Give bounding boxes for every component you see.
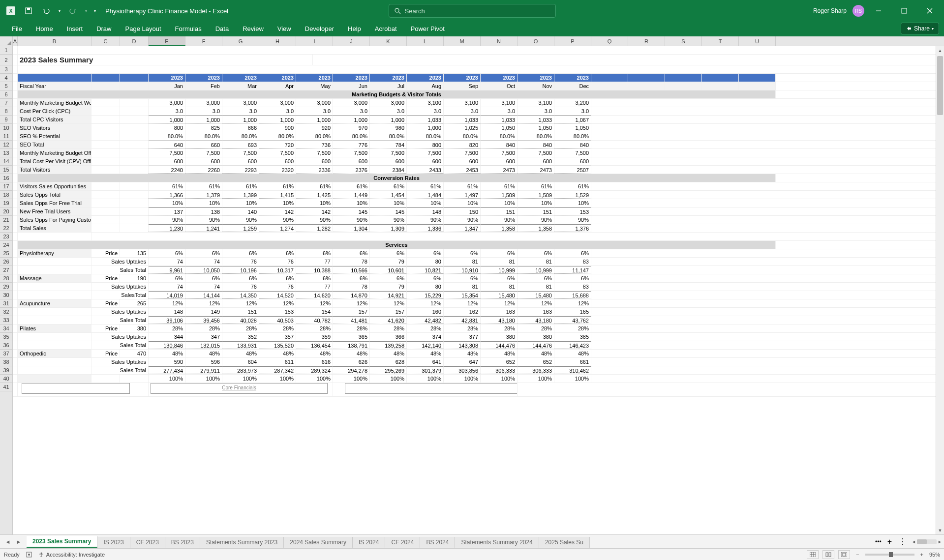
service-1-total-11[interactable]: 15,688 — [554, 291, 591, 299]
month-col-8[interactable]: Sep — [444, 82, 481, 90]
marketing-3-1[interactable]: 825 — [185, 124, 222, 132]
service-total-label-1[interactable]: SalesTotal — [91, 291, 149, 299]
service-2-pct-1[interactable]: 12% — [185, 299, 222, 307]
marketing-1-6[interactable]: 3.0 — [370, 107, 407, 115]
service-3-uptake-2[interactable]: 352 — [222, 333, 259, 341]
conversion-4-7[interactable]: 90% — [407, 216, 444, 224]
marketing-label-5[interactable]: SEO Total — [18, 141, 91, 148]
service-1-pct-10[interactable]: 6% — [518, 274, 554, 282]
service-3-total-1[interactable]: 132,015 — [185, 341, 222, 349]
row-header-10[interactable]: 10 — [0, 124, 12, 132]
conversion-0-5[interactable]: 61% — [333, 182, 370, 190]
service-4-pct-5[interactable]: 48% — [333, 350, 370, 357]
conversion-4-3[interactable]: 90% — [259, 216, 296, 224]
conversion-3-1[interactable]: 138 — [185, 207, 222, 215]
ribbon-tab-home[interactable]: Home — [29, 22, 60, 36]
service-4-total-6[interactable]: 295,269 — [370, 366, 407, 374]
service-4-pct-7[interactable]: 48% — [407, 350, 444, 357]
conversion-2-2[interactable]: 10% — [222, 199, 259, 207]
service-2-total-3[interactable]: 40,503 — [259, 316, 296, 324]
service-0-total-5[interactable]: 10,566 — [333, 266, 370, 274]
chart-object-3[interactable] — [345, 383, 518, 394]
service-3-total-4[interactable]: 136,454 — [296, 341, 333, 349]
conversion-4-11[interactable]: 90% — [554, 216, 591, 224]
marketing-8-3[interactable]: 2320 — [259, 166, 296, 174]
service-price-1[interactable]: 190 — [120, 274, 149, 282]
conversion-2-9[interactable]: 10% — [481, 199, 518, 207]
scroll-thumb[interactable] — [937, 56, 943, 115]
conversion-0-2[interactable]: 61% — [222, 182, 259, 190]
conversion-5-9[interactable]: 1,358 — [481, 224, 518, 232]
sheet-tab-2024-sales-summary[interactable]: 2024 Sales Summary — [284, 537, 353, 548]
service-0-uptake-5[interactable]: 78 — [333, 258, 370, 265]
conversion-0-7[interactable]: 61% — [407, 182, 444, 190]
marketing-6-7[interactable]: 7,500 — [407, 149, 444, 157]
service-1-uptake-3[interactable]: 76 — [259, 283, 296, 291]
service-1-total-3[interactable]: 14,520 — [259, 291, 296, 299]
service-4-total-10[interactable]: 306,333 — [518, 366, 554, 374]
conversion-1-2[interactable]: 1,399 — [222, 191, 259, 199]
service-3-total-6[interactable]: 139,258 — [370, 341, 407, 349]
service-0-total-8[interactable]: 10,910 — [444, 266, 481, 274]
sheet-tab-2025-sales-su[interactable]: 2025 Sales Su — [539, 537, 590, 548]
ribbon-tab-file[interactable]: File — [5, 22, 29, 36]
service-3-uptake-4[interactable]: 359 — [296, 333, 333, 341]
service-4-uptake-10[interactable]: 652 — [518, 358, 554, 366]
select-all-corner[interactable] — [0, 36, 13, 46]
service-4-total-5[interactable]: 294,278 — [333, 366, 370, 374]
service-4-uptake-5[interactable]: 626 — [333, 358, 370, 366]
redo-dropdown-icon[interactable]: ▾ — [83, 3, 90, 19]
service-0-uptake-10[interactable]: 81 — [518, 258, 554, 265]
grand-pct-6[interactable]: 100% — [370, 375, 407, 383]
conversion-1-3[interactable]: 1,415 — [259, 191, 296, 199]
marketing-1-0[interactable]: 3.0 — [149, 107, 185, 115]
grand-pct-11[interactable]: 100% — [554, 375, 591, 383]
service-3-pct-6[interactable]: 28% — [370, 324, 407, 332]
service-2-pct-6[interactable]: 12% — [370, 299, 407, 307]
service-price-label-2[interactable]: Price — [91, 299, 120, 307]
zoom-in-button[interactable]: + — [918, 552, 925, 558]
service-1-uptake-11[interactable]: 83 — [554, 283, 591, 291]
service-1-pct-8[interactable]: 6% — [444, 274, 481, 282]
close-icon[interactable] — [918, 0, 941, 22]
service-0-uptake-4[interactable]: 77 — [296, 258, 333, 265]
conversion-4-2[interactable]: 90% — [222, 216, 259, 224]
grand-pct-10[interactable]: 100% — [518, 375, 554, 383]
column-header-N[interactable]: N — [481, 36, 518, 46]
conversion-5-1[interactable]: 1,241 — [185, 224, 222, 232]
marketing-3-6[interactable]: 980 — [370, 124, 407, 132]
share-button[interactable]: Share ▾ — [901, 23, 939, 34]
service-1-uptake-4[interactable]: 77 — [296, 283, 333, 291]
month-col-2[interactable]: Mar — [222, 82, 259, 90]
marketing-3-5[interactable]: 970 — [333, 124, 370, 132]
service-0-total-0[interactable]: 9,961 — [149, 266, 185, 274]
sheet-tab-is-2024[interactable]: IS 2024 — [353, 537, 385, 548]
service-price-0[interactable]: 135 — [120, 249, 149, 257]
row-header-29[interactable]: 29 — [0, 283, 12, 291]
sheet-tab-bs-2023[interactable]: BS 2023 — [165, 537, 200, 548]
marketing-label-6[interactable]: Monthly Marketing Budget Offline — [18, 149, 91, 157]
conversion-label-4[interactable]: Sales Opps For Paying Customers — [18, 216, 91, 224]
column-header-Q[interactable]: Q — [591, 36, 628, 46]
scroll-up-icon[interactable]: ▲ — [936, 46, 944, 55]
marketing-1-1[interactable]: 3.0 — [185, 107, 222, 115]
service-4-pct-9[interactable]: 48% — [481, 350, 518, 357]
service-1-uptake-1[interactable]: 74 — [185, 283, 222, 291]
service-1-total-1[interactable]: 14,144 — [185, 291, 222, 299]
column-header-J[interactable]: J — [333, 36, 370, 46]
marketing-5-2[interactable]: 693 — [222, 141, 259, 148]
conversion-1-1[interactable]: 1,379 — [185, 191, 222, 199]
column-header-I[interactable]: I — [296, 36, 333, 46]
month-col-10[interactable]: Nov — [518, 82, 554, 90]
marketing-4-3[interactable]: 80.0% — [259, 132, 296, 140]
marketing-0-9[interactable]: 3,100 — [481, 99, 518, 107]
sheet-nav-prev[interactable]: ◄ — [3, 537, 13, 547]
service-price-label-3[interactable]: Price — [91, 324, 120, 332]
service-1-pct-3[interactable]: 6% — [259, 274, 296, 282]
service-0-pct-8[interactable]: 6% — [444, 249, 481, 257]
service-0-total-7[interactable]: 10,821 — [407, 266, 444, 274]
service-1-total-10[interactable]: 15,480 — [518, 291, 554, 299]
conversion-label-1[interactable]: Sales Opps Total — [18, 191, 91, 199]
service-3-pct-2[interactable]: 28% — [222, 324, 259, 332]
conversion-4-9[interactable]: 90% — [481, 216, 518, 224]
